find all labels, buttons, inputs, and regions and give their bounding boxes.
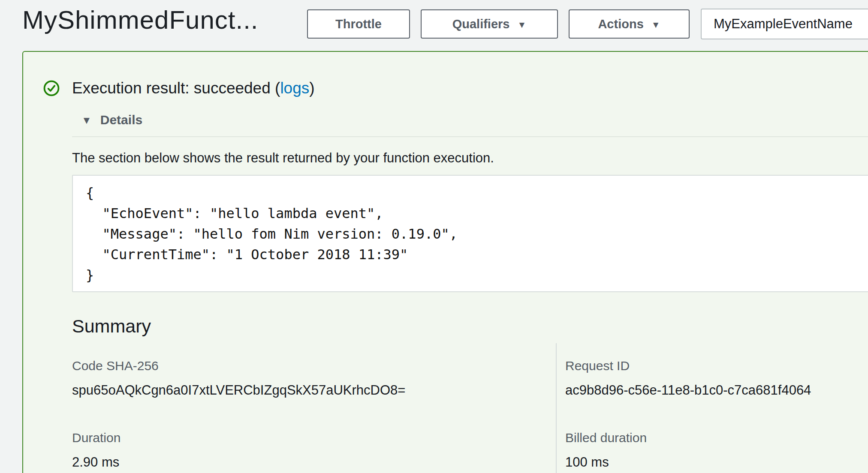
test-event-selected-value: MyExampleEventName [714, 16, 853, 32]
actions-button-label: Actions [598, 17, 643, 31]
summary-heading: Summary [72, 316, 151, 337]
execution-result-json: { "EchoEvent": "hello lambda event", "Me… [72, 175, 868, 292]
triangle-down-icon: ▼ [81, 115, 92, 126]
execution-result-heading: Execution result: succeeded (logs) [72, 79, 315, 97]
details-divider [72, 136, 868, 137]
duration-value: 2.90 ms [72, 455, 121, 470]
chevron-down-icon: ▼ [651, 20, 660, 29]
summary-field-code-sha256: Code SHA-256 spu65oAQkCgn6a0I7xtLVERCbIZ… [72, 359, 405, 398]
code-sha256-value: spu65oAQkCgn6a0I7xtLVERCbIZgqSkX57aUKrhc… [72, 383, 405, 398]
billed-duration-value: 100 ms [565, 455, 647, 470]
qualifiers-button[interactable]: Qualifiers ▼ [421, 9, 558, 39]
result-description: The section below shows the result retur… [72, 150, 494, 166]
chevron-down-icon: ▼ [517, 20, 526, 29]
throttle-button[interactable]: Throttle [307, 9, 410, 39]
execution-result-text-close-paren: ) [309, 79, 314, 97]
throttle-button-label: Throttle [335, 17, 382, 31]
logs-link[interactable]: logs [280, 79, 309, 97]
summary-column-divider [556, 343, 557, 473]
request-id-value: ac9b8d96-c56e-11e8-b1c0-c7ca681f4064 [565, 383, 811, 398]
duration-label: Duration [72, 431, 121, 445]
billed-duration-label: Billed duration [565, 431, 647, 445]
summary-field-billed-duration: Billed duration 100 ms [565, 431, 647, 470]
details-toggle[interactable]: ▼ Details [81, 113, 142, 127]
execution-result-panel: Execution result: succeeded (logs) ▼ Det… [22, 51, 868, 473]
success-check-circle-icon [43, 80, 60, 96]
page-title: MyShimmedFunct... [22, 5, 258, 35]
request-id-label: Request ID [565, 359, 811, 373]
actions-button[interactable]: Actions ▼ [569, 9, 690, 39]
details-toggle-label: Details [100, 113, 142, 127]
test-event-select[interactable]: MyExampleEventName [701, 9, 868, 39]
code-sha256-label: Code SHA-256 [72, 359, 405, 373]
summary-field-request-id: Request ID ac9b8d96-c56e-11e8-b1c0-c7ca6… [565, 359, 811, 398]
qualifiers-button-label: Qualifiers [452, 17, 510, 31]
summary-field-duration: Duration 2.90 ms [72, 431, 121, 470]
execution-result-text: Execution result: succeeded ( [72, 79, 280, 97]
